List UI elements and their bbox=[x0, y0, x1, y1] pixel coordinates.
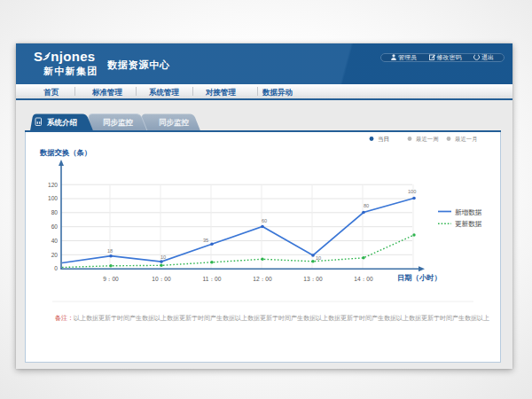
svg-text:最近一月: 最近一月 bbox=[455, 136, 478, 143]
svg-text:10: 10 bbox=[316, 255, 321, 261]
svg-text:新增数据: 新增数据 bbox=[455, 208, 482, 216]
svg-text:9：00: 9：00 bbox=[103, 276, 119, 282]
svg-text:14：00: 14：00 bbox=[354, 276, 373, 282]
svg-text:10: 10 bbox=[160, 254, 166, 260]
svg-text:100: 100 bbox=[408, 189, 416, 194]
svg-text:当日: 当日 bbox=[378, 136, 389, 143]
svg-text:同步监控: 同步监控 bbox=[159, 118, 190, 127]
svg-text:数据交换（条）: 数据交换（条） bbox=[39, 148, 91, 157]
svg-text:80: 80 bbox=[364, 203, 369, 208]
svg-text:80: 80 bbox=[51, 209, 59, 215]
svg-text:18: 18 bbox=[107, 248, 113, 254]
svg-text:最近一周: 最近一周 bbox=[416, 136, 439, 142]
svg-text:12：00: 12：00 bbox=[253, 276, 272, 282]
svg-text:60: 60 bbox=[51, 223, 59, 230]
svg-text:20: 20 bbox=[51, 252, 59, 258]
svg-text:备注：以上数据更新于时间产生数据以上数据更新于时间产生数据以: 备注：以上数据更新于时间产生数据以上数据更新于时间产生数据以上数据更新于时间产生… bbox=[55, 314, 489, 322]
svg-text:40: 40 bbox=[51, 238, 59, 244]
svg-text:11：00: 11：00 bbox=[203, 276, 222, 282]
svg-text:100: 100 bbox=[48, 195, 58, 201]
svg-text:系统介绍: 系统介绍 bbox=[46, 118, 78, 127]
svg-text:10：00: 10：00 bbox=[152, 276, 171, 282]
svg-text:0: 0 bbox=[54, 265, 58, 271]
svg-text:同步监控: 同步监控 bbox=[103, 118, 134, 127]
svg-text:60: 60 bbox=[262, 218, 267, 223]
svg-text:120: 120 bbox=[48, 182, 58, 188]
svg-text:更新数据: 更新数据 bbox=[455, 220, 482, 228]
svg-text:35: 35 bbox=[203, 238, 208, 243]
svg-text:日期（小时）: 日期（小时） bbox=[397, 273, 442, 282]
svg-text:13：00: 13：00 bbox=[303, 276, 323, 282]
